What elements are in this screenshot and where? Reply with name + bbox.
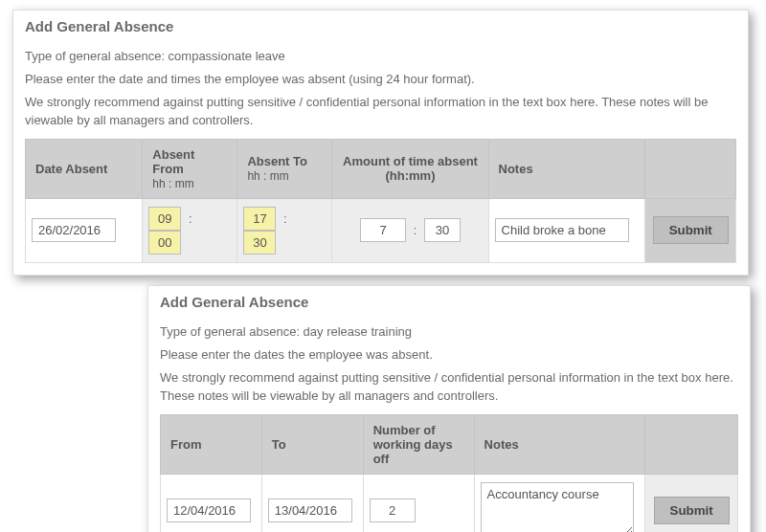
instructions: Please enter the date and times the empl… — [25, 71, 736, 88]
col-from: From — [161, 414, 262, 474]
col-absent-to: Absent To hh : mm — [237, 139, 332, 198]
col-amount: Amount of time absent (hh:mm) — [332, 139, 488, 198]
col-absent-from: Absent From hh : mm — [143, 139, 237, 198]
panel-title: Add General Absence — [25, 18, 736, 34]
absent-from-hh-input[interactable] — [148, 207, 181, 231]
notes-textarea[interactable] — [481, 482, 634, 532]
col-absent-from-sub: hh : mm — [152, 177, 193, 190]
amount-hh-input[interactable] — [360, 218, 406, 242]
table-header-row: Date Absent Absent From hh : mm Absent T… — [26, 139, 736, 198]
absence-type-line: Type of general absence: compassionate l… — [25, 48, 736, 65]
submit-button[interactable]: Submit — [654, 497, 730, 524]
col-actions — [645, 414, 738, 474]
col-date-absent: Date Absent — [26, 139, 143, 198]
table-row: Submit — [161, 474, 738, 532]
table-header-row: From To Number of working days off Notes — [161, 414, 738, 474]
from-date-input[interactable] — [167, 499, 251, 522]
absent-from-mm-input[interactable] — [148, 231, 181, 255]
submit-button[interactable]: Submit — [653, 216, 729, 244]
to-date-input[interactable] — [268, 499, 352, 522]
panel-title: Add General Absence — [160, 294, 738, 310]
absence-time-table: Date Absent Absent From hh : mm Absent T… — [25, 139, 736, 263]
add-absence-panel-time: Add General Absence Type of general abse… — [12, 10, 749, 276]
col-actions — [645, 139, 736, 198]
sensitive-warning: We strongly recommend against putting se… — [25, 94, 736, 128]
notes-input[interactable] — [495, 218, 629, 242]
add-absence-panel-days: Add General Absence Type of general abse… — [147, 285, 751, 532]
amount-mm-input[interactable] — [424, 218, 461, 242]
col-absent-to-sub: hh : mm — [247, 169, 288, 183]
colon-separator: : — [280, 211, 291, 226]
sensitive-warning: We strongly recommend against putting se… — [160, 369, 738, 404]
col-absent-from-label: Absent From — [152, 147, 194, 176]
date-absent-input[interactable] — [32, 218, 116, 242]
colon-separator: : — [410, 223, 421, 237]
col-to: To — [261, 414, 363, 474]
col-notes: Notes — [474, 414, 645, 474]
instructions: Please enter the dates the employee was … — [160, 346, 738, 364]
table-row: : : : Submit — [26, 198, 736, 262]
col-absent-to-label: Absent To — [247, 154, 307, 168]
absent-to-hh-input[interactable] — [243, 207, 276, 231]
absence-days-table: From To Number of working days off Notes… — [160, 414, 738, 532]
days-off-input[interactable] — [370, 499, 416, 522]
col-notes: Notes — [488, 139, 645, 198]
absent-to-mm-input[interactable] — [243, 231, 276, 255]
colon-separator: : — [185, 211, 196, 226]
absence-type-line: Type of general absence: day release tra… — [160, 323, 738, 341]
col-days: Number of working days off — [363, 414, 474, 474]
